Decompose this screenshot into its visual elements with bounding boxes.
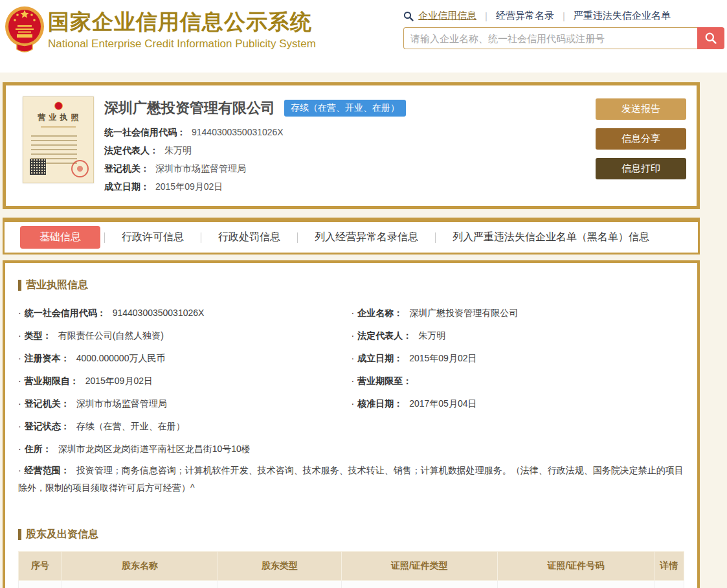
print-info-button[interactable]: 信息打印 [596, 158, 686, 179]
field-value: 2015年09月02日 [155, 181, 223, 192]
kv-label: 统一社会信用代码： [25, 308, 106, 318]
tab-4[interactable]: 列入经营异常名录信息 [315, 226, 418, 249]
tab-3[interactable]: 行政处罚信息 [218, 226, 280, 249]
license-info-row: ·登记机关：深圳市市场监督管理局 [18, 392, 352, 415]
company-name: 深圳广懋投资管理有限公司 [104, 98, 275, 118]
license-info-row: ·统一社会信用代码：91440300350031026X [18, 302, 352, 324]
site-header: 国家企业信用信息公示系统 National Enterprise Credit … [0, 0, 727, 73]
license-info-row: ·核准日期：2017年05月04日 [352, 392, 685, 415]
field-value: 深圳市市场监督管理局 [155, 163, 246, 174]
business-license-image[interactable]: 营业执照 [23, 96, 94, 183]
shareholder-section: 股东及出资信息 序号股东名称股东类型证照/证件类型证照/证件号码详情 1朱万明自… [18, 528, 684, 588]
field-label: 统一社会信用代码： [104, 127, 186, 137]
table-header-row: 序号股东名称股东类型证照/证件类型证照/证件号码详情 [19, 552, 684, 581]
kv-value: 深圳市市场监督管理局 [76, 398, 167, 409]
field-label: 法定代表人： [104, 145, 159, 155]
table-cell: 1 [19, 581, 62, 588]
table-cell: 自然人股东 [218, 581, 341, 588]
license-info-row: ·经营范围：投资管理；商务信息咨询；计算机软件开发、技术咨询、技术服务、技术转让… [18, 460, 684, 498]
shareholder-table-body: 1朱万明自然人股东非公示项非公示项 [19, 581, 684, 588]
field-value: 91440300350031026X [192, 127, 284, 137]
license-title: 营业执照 [23, 112, 93, 123]
license-emblem-icon [54, 102, 63, 110]
search-input[interactable] [403, 27, 697, 49]
company-info: 深圳广懋投资管理有限公司 存续（在营、开业、在册） 统一社会信用代码：91440… [94, 96, 596, 196]
field-label: 登记机关： [104, 163, 150, 174]
content-box: 营业执照信息 ·统一社会信用代码：91440300350031026X·类型：有… [3, 260, 700, 588]
site-subtitle: National Enterprise Credit Information P… [48, 38, 316, 51]
license-info-row: ·法定代表人：朱万明 [352, 324, 685, 347]
dot-marker: · [18, 421, 21, 431]
license-info-right-column: ·企业名称：深圳广懋投资管理有限公司·法定代表人：朱万明·成立日期：2015年0… [352, 302, 685, 460]
license-info-full-rows: ·经营范围：投资管理；商务信息咨询；计算机软件开发、技术咨询、技术服务、技术转让… [18, 460, 684, 498]
tab-5[interactable]: 列入严重违法失信企业名单（黑名单）信息 [453, 226, 649, 249]
license-info-grid: ·统一社会信用代码：91440300350031026X·类型：有限责任公司(自… [18, 302, 684, 460]
tab-divider [104, 232, 105, 243]
dot-marker: · [352, 330, 355, 341]
dot-marker: · [352, 353, 355, 363]
license-info-row: ·登记状态：存续（在营、开业、在册） [18, 415, 352, 438]
site-title: 国家企业信用信息公示系统 [48, 8, 316, 36]
kv-label: 登记机关： [25, 398, 70, 409]
table-row: 1朱万明自然人股东非公示项非公示项 [19, 581, 684, 588]
kv-value: 朱万明 [418, 330, 445, 341]
license-qr-code [30, 159, 46, 175]
section-title-text: 营业执照信息 [26, 278, 88, 292]
tab-1[interactable]: 基础信息 [20, 226, 100, 249]
kv-value: 2017年05月04日 [409, 398, 476, 409]
kv-value: 2015年09月02日 [85, 376, 153, 386]
kv-label: 类型： [25, 330, 52, 341]
kv-label: 核准日期： [357, 398, 403, 409]
field-value: 朱万明 [164, 145, 192, 155]
license-info-row: ·类型：有限责任公司(自然人独资) [18, 324, 352, 347]
nav-link-3[interactable]: 严重违法失信企业名单 [565, 10, 679, 22]
table-header-cell: 股东名称 [62, 552, 218, 581]
dot-marker: · [18, 398, 21, 409]
license-info-left-column: ·统一社会信用代码：91440300350031026X·类型：有限责任公司(自… [18, 302, 352, 460]
dot-marker: · [18, 308, 21, 318]
tab-2[interactable]: 行政许可信息 [122, 226, 184, 249]
tab-divider [297, 232, 298, 243]
tab-divider [201, 232, 201, 243]
company-summary-row: 成立日期：2015年09月02日 [104, 178, 596, 196]
dot-marker: · [18, 353, 21, 363]
license-info-row: ·企业名称：深圳广懋投资管理有限公司 [352, 302, 685, 324]
send-report-button[interactable]: 发送报告 [596, 98, 686, 120]
nav-link-1[interactable]: 企业信用信息 [418, 10, 485, 22]
dot-marker: · [18, 465, 21, 475]
dot-marker: · [352, 308, 355, 318]
kv-label: 经营范围： [25, 465, 70, 475]
company-summary-row: 法定代表人：朱万明 [104, 142, 596, 160]
nav-link-2[interactable]: 经营异常名录 [487, 10, 563, 22]
dot-marker: · [18, 330, 21, 341]
kv-value: 投资管理；商务信息咨询；计算机软件开发、技术咨询、技术服务、技术转让、销售；计算… [18, 465, 684, 493]
table-header-cell: 证照/证件号码 [498, 552, 654, 581]
search-bar [403, 27, 724, 49]
company-card: 营业执照 深圳广懋投资管理有限公司 存续（在营、开业、在册） 统一社会信用代码：… [3, 82, 700, 209]
kv-label: 营业期限至： [357, 376, 412, 386]
site-titles: 国家企业信用信息公示系统 National Enterprise Credit … [48, 8, 316, 51]
table-header-cell: 证照/证件类型 [341, 552, 498, 581]
company-summary-row: 登记机关：深圳市市场监督管理局 [104, 160, 596, 178]
tabs-bar: 基础信息行政许可信息行政处罚信息列入经营异常名录信息列入严重违法失信企业名单（黑… [3, 218, 700, 254]
field-label: 成立日期： [104, 181, 150, 192]
kv-label: 营业期限自： [25, 376, 79, 386]
company-summary-row: 统一社会信用代码：91440300350031026X [104, 124, 596, 142]
search-button[interactable] [697, 27, 724, 49]
license-info-row: ·营业期限自：2015年09月02日 [18, 370, 352, 392]
license-info-row: ·营业期限至： [352, 370, 685, 392]
dot-marker: · [352, 398, 355, 409]
kv-value: 2015年09月02日 [409, 353, 476, 363]
national-emblem-icon [4, 3, 45, 58]
table-header-cell: 详情 [654, 552, 684, 581]
dot-marker: · [352, 376, 355, 386]
kv-value: 深圳市龙岗区龙岗街道平南社区龙昌街10号10楼 [58, 444, 251, 454]
share-info-button[interactable]: 信息分享 [596, 128, 686, 150]
shareholder-table: 序号股东名称股东类型证照/证件类型证照/证件号码详情 1朱万明自然人股东非公示项… [18, 551, 684, 588]
header-right: 企业信用信息|经营异常名录|严重违法失信企业名单 [403, 10, 724, 49]
tab-divider [435, 232, 436, 243]
license-seal-icon [71, 160, 89, 177]
table-cell [654, 581, 684, 588]
license-subtitle-line [41, 126, 76, 128]
status-badge: 存续（在营、开业、在册） [284, 100, 406, 117]
